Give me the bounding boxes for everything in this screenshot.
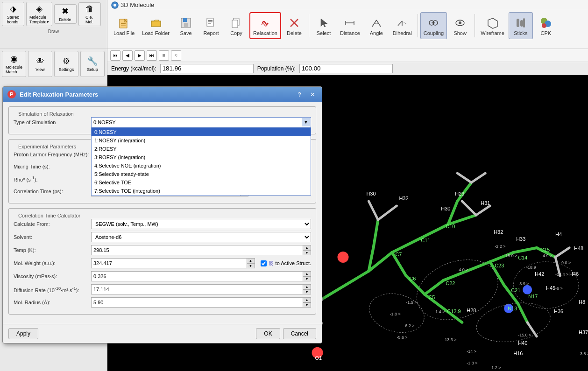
settings-btn[interactable]: ⚙ Settings: [54, 51, 78, 77]
show-btn[interactable]: Show: [448, 12, 472, 39]
nav-alt-btn[interactable]: ≈: [171, 50, 181, 61]
wireframe-btn[interactable]: Wireframe: [477, 12, 508, 39]
select-icon: [316, 15, 331, 30]
mol-radius-up[interactable]: ▲: [303, 297, 311, 302]
load-file-icon: [117, 15, 132, 30]
angle-btn[interactable]: Angle: [364, 12, 389, 39]
dropdown-item-2[interactable]: 2:ROESY: [92, 145, 311, 153]
load-file-label: Load File: [113, 30, 135, 36]
diffusion-label: Diffusion Rate (10-10·m²·s-1):: [14, 286, 88, 293]
setup-label: Setup: [87, 67, 98, 72]
stereo-bonds-btn[interactable]: ⬗ Stereobonds: [2, 2, 24, 26]
relaxation-btn[interactable]: Relaxation: [249, 12, 281, 39]
temp-down[interactable]: ▼: [303, 250, 311, 255]
nav-prev-btn[interactable]: ◀: [122, 50, 133, 61]
svg-line-21: [398, 21, 402, 26]
mol-weight-up[interactable]: ▲: [247, 258, 255, 263]
cle-mol-label: Cle.Mol.: [85, 15, 93, 24]
rho-label: Rho* (s-1):: [14, 175, 88, 182]
save-btn[interactable]: Save: [174, 12, 198, 39]
svg-rect-3: [121, 23, 126, 24]
dropdown-item-1[interactable]: 1:NOESY (integration): [92, 136, 311, 145]
temp-up[interactable]: ▲: [303, 245, 311, 250]
cancel-button[interactable]: Cancel: [283, 328, 316, 339]
dropdown-item-6[interactable]: 6:Selective TOE: [92, 178, 311, 187]
mol-radius-input[interactable]: [91, 297, 311, 308]
load-folder-btn[interactable]: Load Folder: [139, 12, 173, 39]
dialog-help-btn[interactable]: ?: [295, 90, 304, 99]
sticks-btn[interactable]: Sticks: [509, 12, 533, 39]
dropdown-item-7[interactable]: 7:Selective TOE (integration): [92, 187, 311, 195]
relaxation-label: Relaxation: [253, 30, 277, 36]
mol-radius-down[interactable]: ▼: [303, 302, 311, 308]
svg-rect-30: [517, 19, 519, 27]
delete-label: Delete: [287, 30, 302, 36]
svg-line-40: [346, 271, 369, 285]
temp-input[interactable]: [91, 245, 311, 255]
distance-btn[interactable]: Distance: [337, 12, 363, 39]
select-btn[interactable]: Select: [312, 12, 336, 39]
mixing-time-label: Mixing Time (s):: [14, 164, 88, 169]
viscosity-spinbox: ▲ ▼: [91, 271, 311, 281]
cle-mol-btn[interactable]: 🗑 Cle.Mol.: [78, 2, 101, 26]
cpk-btn[interactable]: CPK: [534, 12, 558, 39]
mol-weight-label: Mol. Weight (a.u.):: [14, 260, 88, 266]
calculate-from-select[interactable]: SEGWE (solv., Temp., MW): [91, 219, 311, 229]
solvent-select[interactable]: Acetone-d6: [91, 232, 311, 242]
nav-last-btn[interactable]: ⏭: [147, 50, 157, 61]
combo-arrow-icon[interactable]: ▼: [302, 118, 310, 126]
svg-text:C15: C15: [540, 247, 550, 252]
dropdown-item-4[interactable]: 4:Selective NOE (integration): [92, 161, 311, 170]
diffusion-spinbox: ▲ ▼: [91, 284, 311, 294]
view-btn[interactable]: 👁 View: [28, 51, 52, 77]
dropdown-item-0[interactable]: 0:NOESY: [92, 128, 311, 136]
svg-line-60: [378, 206, 397, 220]
energy-input[interactable]: [160, 64, 254, 73]
viscosity-down[interactable]: ▼: [303, 276, 311, 281]
population-input[interactable]: [299, 64, 393, 73]
copy-btn[interactable]: Copy: [224, 12, 248, 39]
svg-text:H42: H42: [535, 271, 544, 277]
molecule-match-btn[interactable]: ◉ MoleculeMatch: [2, 51, 26, 77]
report-btn[interactable]: Report: [199, 12, 223, 39]
delete-btn[interactable]: Delete: [282, 12, 306, 39]
navigation-row: ⏮ ◀ ▶ ⏭ ≡ ≈: [107, 49, 588, 62]
dropdown-item-3[interactable]: 3:ROESY (integration): [92, 153, 311, 161]
load-file-btn[interactable]: Load File: [110, 12, 138, 39]
viscosity-input[interactable]: [91, 271, 311, 281]
type-of-simulation-combo[interactable]: ▼ 0:NOESY 1:NOESY (integration) 2:ROESY …: [91, 117, 311, 127]
ok-button[interactable]: OK: [256, 328, 280, 339]
svg-line-59: [368, 201, 378, 220]
nav-next-btn[interactable]: ▶: [135, 50, 145, 61]
svg-line-48: [467, 262, 490, 271]
delete-draw-btn[interactable]: ✖ Delete: [54, 4, 77, 24]
solvent-label: Solvent:: [14, 234, 88, 240]
type-of-simulation-input[interactable]: [91, 117, 311, 127]
svg-rect-4: [121, 25, 126, 26]
distance-label: Distance: [340, 30, 360, 36]
svg-text:H40: H40: [518, 340, 527, 346]
toolbar-sep-3: [475, 14, 475, 37]
svg-line-54: [518, 304, 527, 322]
viscosity-up[interactable]: ▲: [303, 271, 311, 276]
apply-button[interactable]: Apply: [8, 328, 38, 339]
diffusion-input[interactable]: [91, 284, 311, 294]
dropdown-item-5[interactable]: 5:Selective steady-state: [92, 170, 311, 178]
molecule-template-btn[interactable]: ◈ MoleculeTemplate▾: [26, 2, 52, 26]
nav-first-btn[interactable]: ⏮: [110, 50, 120, 61]
mol-weight-input[interactable]: [91, 258, 255, 268]
mol-weight-down[interactable]: ▼: [247, 263, 255, 268]
to-active-struct-checkbox[interactable]: [261, 260, 267, 266]
svg-text:-3.8 >: -3.8 >: [579, 351, 588, 356]
svg-line-41: [322, 285, 346, 299]
select-label: Select: [317, 30, 331, 36]
coupling-btn[interactable]: Coupling: [420, 12, 447, 39]
diffusion-up[interactable]: ▲: [303, 284, 311, 289]
cpk-label: CPK: [541, 30, 552, 36]
nav-list-btn[interactable]: ≡: [159, 50, 169, 61]
setup-btn[interactable]: 🔧 Setup: [80, 51, 105, 77]
svg-line-64: [457, 173, 471, 182]
diffusion-down[interactable]: ▼: [303, 289, 311, 294]
dialog-close-btn[interactable]: ✕: [308, 90, 317, 99]
dihedral-btn[interactable]: Dihedral: [390, 12, 415, 39]
